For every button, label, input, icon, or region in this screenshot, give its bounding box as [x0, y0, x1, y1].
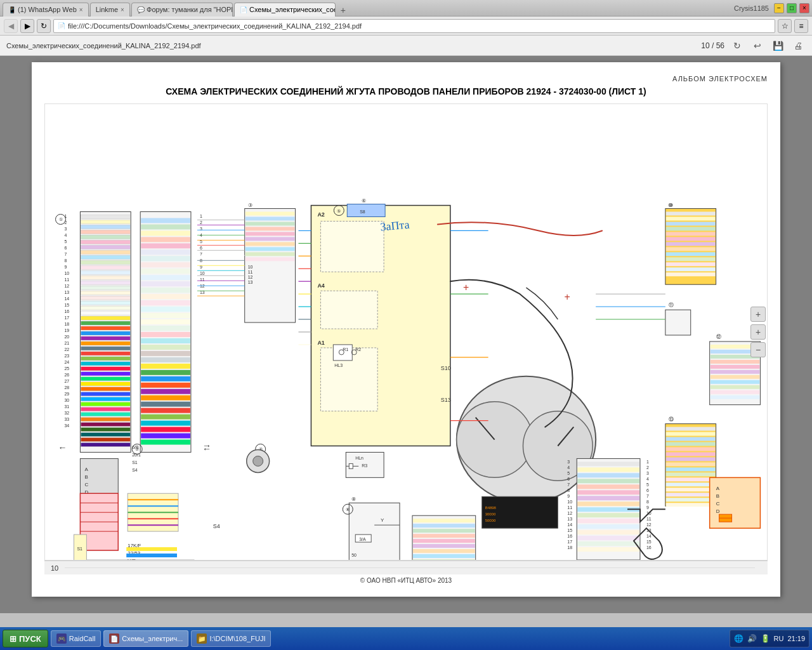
close-button[interactable]: × [799, 3, 809, 13]
zoom-in-button[interactable]: + [750, 307, 766, 322]
svg-rect-213 [666, 448, 716, 451]
svg-text:S1: S1 [132, 461, 138, 465]
svg-rect-38 [81, 392, 130, 396]
tab-close-1[interactable]: × [79, 6, 83, 13]
new-tab-button[interactable]: + [337, 4, 350, 17]
svg-text:⑪: ⑪ [669, 302, 674, 308]
svg-rect-165 [320, 291, 377, 329]
svg-rect-222 [666, 493, 716, 496]
svg-text:15: 15 [65, 303, 70, 307]
svg-rect-14 [81, 270, 130, 274]
taskbar-file-explorer[interactable]: 📁 I:\DCIM\108_FUJI [191, 630, 271, 647]
svg-text:11: 11 [65, 277, 70, 282]
pdf-viewer[interactable]: АЛЬБОМ ЭЛЕКТРОСХЕМ СХЕМА ЭЛЕКТРИЧЕСКИХ С… [0, 56, 812, 613]
svg-text:8: 8 [200, 258, 202, 263]
taskbar-schematics[interactable]: 📄 Схемы_электрич... [103, 630, 188, 647]
svg-rect-205 [710, 390, 760, 394]
svg-rect-25 [81, 326, 130, 330]
pdf-icon: 📄 [109, 633, 119, 644]
svg-rect-242 [413, 559, 475, 560]
svg-text:17: 17 [567, 540, 572, 544]
address-text: file:///C:/Documents/Downloads/Схемы_эле… [68, 22, 362, 30]
zoom-out-button[interactable]: − [750, 342, 766, 357]
tab-forum[interactable]: 💬 Форум: туманки для "НОРМ... × [131, 3, 233, 17]
pdf-reload-button[interactable]: ↻ [730, 38, 745, 53]
svg-rect-8 [81, 241, 130, 244]
svg-rect-305 [577, 474, 639, 478]
svg-rect-3 [81, 215, 130, 219]
nav-bar: ◀ ▶ ↻ 📄 file:///C:/Documents/Downloads/С… [0, 17, 812, 36]
pdf-print-button[interactable]: 🖨 [790, 38, 806, 53]
svg-rect-209 [666, 427, 716, 431]
back-button[interactable]: ◀ [4, 19, 18, 33]
svg-text:20/1: 20/1 [132, 453, 141, 458]
tab-schematics[interactable]: 📄 Схемы_электрических_сое... × [234, 3, 336, 17]
address-bar[interactable]: 📄 file:///C:/Documents/Downloads/Схемы_э… [53, 19, 775, 33]
svg-text:⑤: ⑤ [337, 209, 341, 213]
bookmark-button[interactable]: ☆ [778, 19, 792, 33]
svg-rect-314 [577, 524, 639, 529]
svg-text:34: 34 [65, 423, 70, 428]
svg-rect-184 [666, 237, 716, 241]
minimize-button[interactable]: − [774, 3, 784, 13]
svg-text:27: 27 [65, 379, 70, 383]
tab-linkme[interactable]: Linkme × [90, 3, 130, 17]
pdf-save-button[interactable]: 💾 [770, 38, 785, 53]
tab-close-2[interactable]: × [121, 6, 124, 13]
svg-text:16: 16 [65, 309, 70, 314]
svg-rect-43 [81, 418, 130, 421]
svg-text:3: 3 [65, 227, 67, 232]
svg-rect-395 [126, 547, 177, 551]
zoom-in-2-button[interactable]: + [750, 324, 766, 340]
svg-rect-153 [246, 242, 295, 246]
svg-rect-28 [81, 342, 130, 345]
svg-rect-12 [81, 261, 130, 265]
svg-text:2: 2 [646, 466, 649, 470]
forward-button[interactable]: ▶ [20, 19, 34, 33]
svg-text:1: 1 [646, 460, 649, 465]
maximize-button[interactable]: □ [787, 3, 797, 13]
svg-text:③: ③ [248, 202, 252, 208]
svg-text:3/A: 3/A [359, 537, 366, 541]
title-bar: 📱 (1) WhatsApp Web × Linkme × 💬 Форум: т… [0, 0, 812, 17]
svg-rect-180 [666, 217, 716, 221]
svg-text:8: 8 [646, 500, 649, 504]
tab-whatsapp[interactable]: 📱 (1) WhatsApp Web × [3, 3, 89, 17]
svg-rect-191 [666, 272, 716, 276]
svg-text:S4: S4 [132, 468, 138, 473]
svg-text:4: 4 [646, 477, 649, 482]
svg-text:50: 50 [351, 553, 357, 557]
svg-text:9: 9 [567, 494, 570, 498]
svg-text:19: 19 [65, 328, 70, 333]
diagram-title: СХЕМА ЭЛЕКТРИЧЕСКИХ СОЕДИНЕНИЙ ЖГУТА ПРО… [44, 86, 768, 97]
wiring-diagram: A B C D E [45, 104, 767, 560]
taskbar-raidcall[interactable]: 🎮 RaidCall [51, 630, 102, 647]
svg-rect-316 [577, 536, 639, 540]
svg-rect-315 [577, 530, 639, 534]
svg-rect-67 [141, 250, 190, 255]
svg-rect-91 [141, 402, 190, 407]
system-tray: 🌐 🔊 🔋 RU 21:19 [730, 630, 809, 647]
svg-rect-63 [141, 225, 190, 230]
svg-text:⑫: ⑫ [716, 334, 721, 340]
svg-text:12: 12 [567, 511, 572, 515]
svg-rect-9 [81, 246, 130, 249]
pdf-filename: Схемы_электрических_соединений_KALINA_21… [6, 42, 696, 50]
svg-point-375 [253, 456, 263, 467]
reload-button[interactable]: ↻ [37, 19, 51, 33]
start-button[interactable]: ⊞ ПУСК [3, 630, 48, 647]
svg-text:⑧: ⑧ [351, 496, 356, 502]
language-indicator[interactable]: RU [774, 635, 784, 642]
svg-text:A4: A4 [317, 282, 324, 289]
menu-button[interactable]: ≡ [794, 19, 808, 33]
svg-rect-181 [666, 222, 716, 226]
svg-text:6: 6 [567, 477, 570, 482]
svg-rect-193 [665, 310, 691, 335]
svg-text:15: 15 [646, 540, 652, 544]
svg-rect-84 [141, 357, 190, 362]
svg-rect-76 [141, 307, 190, 312]
svg-text:12: 12 [65, 284, 70, 288]
svg-rect-23 [81, 316, 130, 320]
pdf-back-button[interactable]: ↩ [750, 38, 765, 53]
svg-text:3: 3 [567, 460, 570, 465]
